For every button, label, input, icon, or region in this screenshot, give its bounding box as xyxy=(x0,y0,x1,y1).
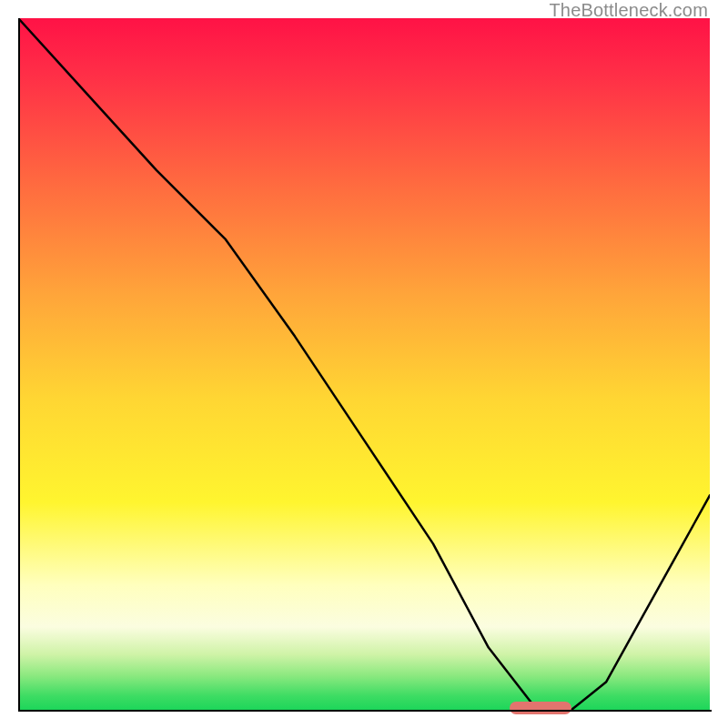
optimum-marker xyxy=(510,702,571,714)
chart-plot-area xyxy=(18,18,710,710)
gradient-background xyxy=(18,18,710,710)
y-axis xyxy=(18,18,20,712)
watermark-text: TheBottleneck.com xyxy=(549,0,708,21)
x-axis xyxy=(18,710,712,712)
